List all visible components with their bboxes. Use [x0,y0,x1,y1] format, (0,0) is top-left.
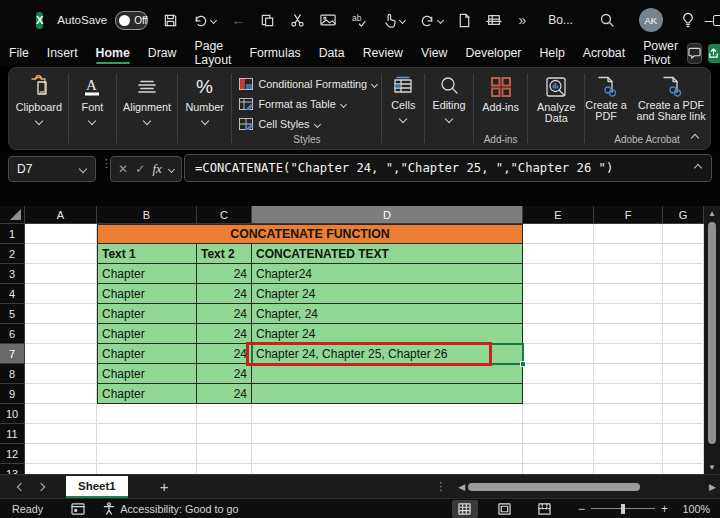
clipboard-dropdown-icon[interactable] [35,117,43,125]
comments-button[interactable] [687,43,702,64]
share-button[interactable] [708,44,720,63]
cell-B9[interactable]: Chapter [97,384,197,404]
cell-B10[interactable] [97,404,197,424]
cell-E9[interactable] [523,384,594,404]
horizontal-scrollbar[interactable]: ◀ ▶ [458,481,716,493]
row-header-11[interactable]: 11 [0,424,25,444]
row-header-7[interactable]: 7 [0,344,25,364]
next-sheet-icon[interactable] [37,482,45,490]
column-header-B[interactable]: B [97,206,197,224]
cell-F8[interactable] [594,364,663,384]
create-pdf-button[interactable]: Create a PDF [585,75,627,122]
analyze-data-button[interactable]: Analyze Data [532,75,580,124]
sheet-tab[interactable]: Sheet1 [66,476,128,498]
header-cell-C2[interactable]: Text 2 [197,244,252,264]
column-header-G[interactable]: G [663,206,704,224]
cell-G12[interactable] [663,444,704,464]
cell-D9[interactable] [252,384,523,404]
header-cell-B2[interactable]: Text 1 [97,244,197,264]
cell-E11[interactable] [523,424,594,444]
cell-B7[interactable]: Chapter [97,344,197,364]
cell-F5[interactable] [594,304,663,324]
cell-G11[interactable] [663,424,704,444]
cell-A10[interactable] [25,404,97,424]
zoom-slider-handle[interactable] [621,504,625,514]
cell-C8[interactable]: 24 [197,364,252,384]
editing-dropdown-icon[interactable] [445,115,453,123]
cell-E2[interactable] [523,244,594,264]
accessibility-status[interactable]: Accessibility: Good to go [120,503,238,515]
scroll-down-icon[interactable]: ▼ [708,460,716,474]
formula-input[interactable]: =CONCATENATE("Chapter 24, ","Chapter 25,… [184,154,712,182]
zoom-slider[interactable] [591,508,655,510]
page-break-view-button[interactable] [532,500,558,518]
cell-F7[interactable] [594,344,663,364]
cell-E13[interactable] [523,464,594,474]
cell-A6[interactable] [25,324,97,344]
cell-C9[interactable]: 24 [197,384,252,404]
cell-A8[interactable] [25,364,97,384]
cell-F9[interactable] [594,384,663,404]
menu-item-acrobat[interactable]: Acrobat [574,40,634,66]
cell-D10[interactable] [252,404,523,424]
cell-F10[interactable] [594,404,663,424]
cell-C13[interactable] [197,464,252,474]
cell-G13[interactable] [663,464,704,474]
scroll-left-icon[interactable]: ◀ [458,482,465,492]
row-header-5[interactable]: 5 [0,304,25,324]
cell-D5[interactable]: Chapter, 24 [252,304,523,324]
undo-dropdown-icon[interactable] [210,16,217,23]
menu-item-home[interactable]: Home [87,40,139,66]
cell-A4[interactable] [25,284,97,304]
zoom-level[interactable]: 100% [676,503,710,515]
cell-A5[interactable] [25,304,97,324]
search-icon[interactable] [599,12,615,28]
table-tool-button[interactable] [486,13,502,27]
fill-handle[interactable] [520,361,526,367]
cell-D7[interactable]: Chapter 24, Chapter 25, Chapter 26 [252,344,523,364]
cell-D6[interactable]: Chapter 24 [252,324,523,344]
touch-mode-dropdown-icon[interactable] [399,16,406,23]
cell-B4[interactable]: Chapter [97,284,197,304]
cell-A12[interactable] [25,444,97,464]
ribbon-group-font[interactable]: A Font [70,68,116,149]
menu-item-insert[interactable]: Insert [38,40,87,66]
conditional-formatting-button[interactable]: Conditional Formatting [233,74,380,94]
column-header-E[interactable]: E [523,206,594,224]
cell-A7[interactable] [25,344,97,364]
cell-G9[interactable] [663,384,704,404]
cell-A13[interactable] [25,464,97,474]
cell-E3[interactable] [523,264,594,284]
cell-F2[interactable] [594,244,663,264]
vertical-scroll-thumb[interactable] [708,222,716,444]
menu-item-review[interactable]: Review [354,40,412,66]
cell-E10[interactable] [523,404,594,424]
select-all-corner[interactable] [0,206,25,224]
cell-B5[interactable]: Chapter [97,304,197,324]
cell-E6[interactable] [523,324,594,344]
alignment-dropdown-icon[interactable] [143,117,151,125]
cell-C11[interactable] [197,424,252,444]
cell-C5[interactable]: 24 [197,304,252,324]
cell-F4[interactable] [594,284,663,304]
accessibility-icon[interactable] [103,502,115,515]
cell-C6[interactable]: 24 [197,324,252,344]
cut-button[interactable] [290,13,305,28]
fx-dropdown-icon[interactable] [168,165,175,172]
copy-button[interactable] [260,13,275,28]
cell-G4[interactable] [663,284,704,304]
cell-A3[interactable] [25,264,97,284]
font-dropdown-icon[interactable] [88,117,96,125]
row-header-8[interactable]: 8 [0,364,25,384]
name-box-dropdown-icon[interactable] [79,165,87,173]
cell-C12[interactable] [197,444,252,464]
ribbon-group-alignment[interactable]: Alignment [118,68,176,149]
ribbon-group-clipboard[interactable]: Clipboard [11,68,67,149]
number-dropdown-icon[interactable] [200,117,208,125]
cell-G3[interactable] [663,264,704,284]
cell-D3[interactable]: Chapter24 [252,264,523,284]
row-header-9[interactable]: 9 [0,384,25,404]
cell-E1[interactable] [523,224,594,244]
row-header-4[interactable]: 4 [0,284,25,304]
addins-button[interactable]: Add-ins [482,75,519,113]
